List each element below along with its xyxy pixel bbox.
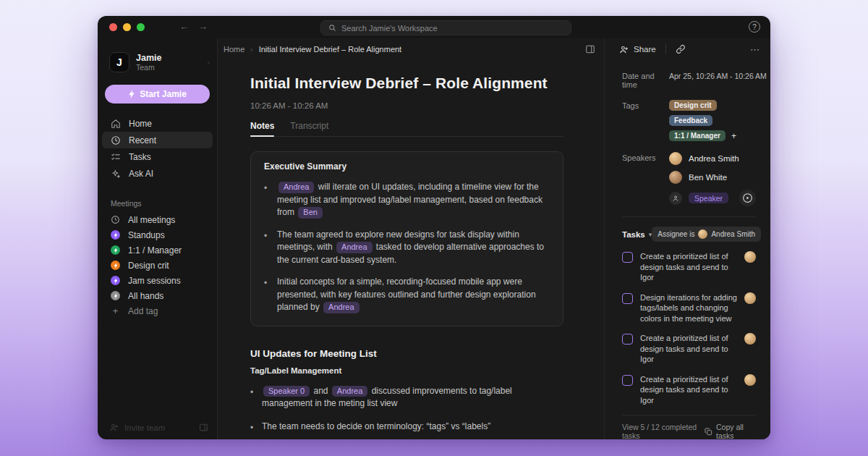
speaker-item-unknown[interactable]: Speaker	[669, 190, 756, 206]
date-label: Date and time	[622, 70, 669, 89]
task-item: Create a prioritized list of design task…	[622, 374, 756, 406]
clock-icon	[111, 135, 121, 145]
assignee-filter[interactable]: Assignee is Andrea Smith	[652, 227, 761, 242]
workspace-type: Team	[136, 63, 161, 72]
view-completed-tasks-button[interactable]: View 5 / 12 completed tasks	[622, 423, 705, 439]
speakers-row: Speakers Andrea Smith Ben White	[622, 152, 756, 212]
search-input[interactable]: Search Jamie's Workspace	[320, 20, 571, 35]
copy-link-button[interactable]	[676, 44, 686, 54]
person-icon	[669, 192, 682, 205]
home-icon	[111, 119, 121, 129]
sidebar-nav: Home Recent Tasks	[98, 115, 217, 182]
date-row: Date and time Apr 25, 10:26 AM - 10:26 A…	[622, 70, 756, 89]
start-jamie-button[interactable]: Start Jamie	[105, 85, 210, 104]
meeting-tag[interactable]: Design crit	[669, 100, 717, 111]
minimize-window-button[interactable]	[123, 23, 131, 31]
breadcrumb-separator-icon: ›	[250, 46, 252, 54]
mention-tag[interactable]: Andrea	[332, 386, 367, 397]
task-checkbox[interactable]	[622, 293, 633, 304]
more-options-button[interactable]: ⋯	[750, 44, 760, 55]
avatar	[744, 374, 756, 386]
task-checkbox[interactable]	[622, 252, 633, 263]
sidebar-item-1-1-manager[interactable]: 1:1 / Manager	[98, 242, 217, 258]
task-checkbox[interactable]	[622, 334, 633, 345]
sidebar-item-all-hands[interactable]: All hands	[98, 288, 217, 303]
avatar	[744, 292, 756, 304]
sidebar-item-ask-ai[interactable]: Ask AI	[102, 165, 213, 182]
workspace-chevron-icon: ›	[207, 58, 210, 67]
sidebar-item-recent[interactable]: Recent	[102, 132, 213, 148]
avatar	[698, 229, 707, 239]
meetings-section-label: Meetings	[111, 199, 217, 208]
tasks-title[interactable]: Tasks	[622, 230, 645, 239]
help-icon: ?	[752, 23, 757, 31]
tag-bolt-icon	[111, 230, 120, 240]
speaker-item[interactable]: Andrea Smith	[669, 152, 756, 165]
play-recording-button[interactable]	[739, 190, 756, 206]
note-body[interactable]: Initial Interview Debrief – Role Alignme…	[218, 60, 604, 439]
help-button[interactable]: ?	[749, 21, 760, 33]
mention-tag[interactable]: Andrea	[278, 182, 314, 193]
share-button[interactable]: Share	[619, 45, 656, 54]
plus-icon: +	[111, 306, 120, 316]
mention-tag[interactable]: Andrea	[336, 242, 372, 253]
app-window: ← → Search Jamie's Workspace ? J Jamie T…	[98, 16, 770, 439]
forward-icon[interactable]: →	[198, 20, 208, 33]
sidebar-item-all-meetings[interactable]: All meetings	[98, 212, 217, 227]
note-bullet: The team needs to decide on terminology:…	[250, 421, 563, 434]
section-heading: UI Updates for Meeting List	[250, 348, 563, 359]
zoom-window-button[interactable]	[137, 23, 145, 31]
breadcrumb: Home › Initial Interview Debrief – Role …	[218, 38, 604, 60]
sidebar-item-home[interactable]: Home	[102, 115, 213, 132]
lightning-icon	[128, 90, 135, 98]
sidebar-item-standups[interactable]: Standups	[98, 227, 217, 242]
note-bullet: Speaker 0 and Andrea discussed improveme…	[250, 385, 563, 410]
mention-tag[interactable]: Speaker 0	[263, 386, 310, 397]
speakers-label: Speakers	[622, 152, 669, 212]
tag-bolt-icon	[111, 261, 120, 270]
breadcrumb-home[interactable]: Home	[224, 45, 244, 54]
person-add-icon	[619, 45, 629, 54]
speaker-item[interactable]: Ben White	[669, 171, 756, 184]
avatar	[744, 333, 756, 345]
invite-team-button[interactable]: Invite team	[98, 423, 217, 432]
tasks-header: Tasks ▾ Assignee is Andrea Smith	[622, 227, 756, 242]
meeting-tag[interactable]: Feedback	[669, 115, 712, 126]
close-window-button[interactable]	[109, 23, 117, 31]
back-icon[interactable]: ←	[179, 20, 189, 33]
add-tag-plus-button[interactable]: +	[730, 131, 738, 141]
mention-tag[interactable]: Andrea	[323, 302, 359, 313]
add-tag-button[interactable]: + Add tag	[98, 303, 217, 318]
bullet-marker	[264, 229, 277, 267]
avatar	[669, 152, 682, 165]
sidebar-item-tasks[interactable]: Tasks	[102, 148, 213, 165]
meeting-tag[interactable]: 1:1 / Manager	[669, 130, 726, 141]
executive-summary-card: Executive Summary Andrea will iterate on…	[250, 151, 563, 326]
note-title: Initial Interview Debrief – Role Alignme…	[250, 75, 563, 92]
workspace-switcher[interactable]: J Jamie Team ›	[98, 52, 217, 72]
mention-tag[interactable]: Ben	[298, 207, 323, 219]
tasks-footer: View 5 / 12 completed tasks Copy all tas…	[622, 415, 756, 439]
copy-all-tasks-button[interactable]: Copy all tasks	[705, 423, 756, 439]
toggle-panel-button[interactable]	[585, 44, 595, 54]
bullet-marker	[264, 276, 277, 314]
breadcrumb-current: Initial Interview Debrief – Role Alignme…	[259, 45, 401, 54]
sidebar-item-design-crit[interactable]: Design crit	[98, 258, 217, 273]
titlebar: ← → Search Jamie's Workspace ?	[98, 16, 770, 38]
person-add-icon	[109, 423, 119, 432]
workspace-name: Jamie	[136, 53, 161, 63]
task-item: Create a prioritized list of design task…	[622, 251, 756, 283]
tab-notes[interactable]: Notes	[250, 121, 274, 136]
tags-row: Tags Design crit Feedback 1:1 / Manager …	[622, 100, 756, 141]
sidebar: J Jamie Team › Start Jamie Home	[98, 38, 217, 439]
copy-icon	[705, 428, 712, 436]
traffic-lights	[109, 23, 145, 31]
summary-bullet: The team agreed to explore new designs f…	[264, 229, 550, 267]
bullet-marker	[250, 421, 262, 434]
sidebar-item-jam-sessions[interactable]: Jam sessions	[98, 273, 217, 288]
speaker-pill: Speaker	[689, 193, 728, 203]
panel-toolbar: Share ⋯	[605, 38, 770, 60]
tab-transcript[interactable]: Transcript	[290, 121, 328, 136]
task-checkbox[interactable]	[622, 375, 633, 386]
task-item: Design iterations for adding tags/labels…	[622, 292, 756, 324]
